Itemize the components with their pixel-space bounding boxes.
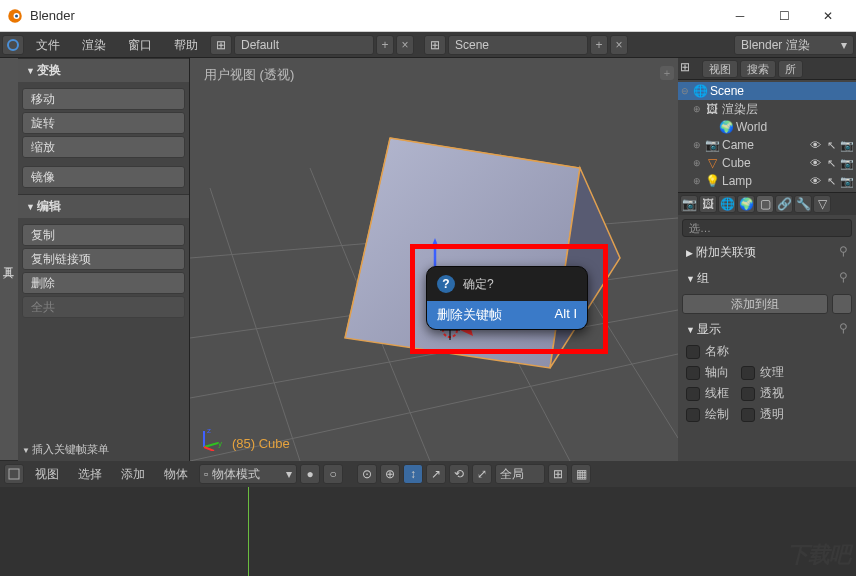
layout-browse-button[interactable]: ⊞ (210, 35, 232, 55)
prop-tab-renderlayers[interactable]: 🖼 (699, 195, 717, 213)
pivot-icon[interactable]: ⊙ (357, 464, 377, 484)
view3d-menu-object[interactable]: 物体 (156, 466, 196, 483)
tree-scene[interactable]: ⊖🌐Scene (678, 82, 856, 100)
tool-shelf: 工具 创建 关系 动画 物理 蜡笔 变换 移动 旋转 缩放 镜像 编辑 复制 复… (0, 58, 190, 461)
tree-cube[interactable]: ⊕▽Cube👁↖📷 (678, 154, 856, 172)
n-panel-toggle[interactable]: + (660, 66, 674, 80)
manipulator-scale-icon[interactable]: ⤢ (472, 464, 492, 484)
check-transparent[interactable] (741, 408, 755, 422)
check-name[interactable] (686, 345, 700, 359)
panel-display-header[interactable]: 显示⚲ (682, 318, 852, 341)
layout-field[interactable]: Default (234, 35, 374, 55)
editor-type-icon[interactable] (2, 35, 24, 55)
delete-keyframe-option[interactable]: 删除关键帧 Alt I (427, 301, 587, 329)
question-icon: ? (437, 275, 455, 293)
cursor-icon[interactable]: ↖ (824, 157, 838, 170)
scale-button[interactable]: 缩放 (22, 136, 185, 158)
check-xray[interactable] (741, 387, 755, 401)
rotate-button[interactable]: 旋转 (22, 112, 185, 134)
outliner-editor-icon[interactable]: ⊞ (680, 60, 700, 78)
playhead[interactable] (248, 487, 249, 576)
orientation-dropdown[interactable]: 全局 (495, 464, 545, 484)
outliner-menu-view[interactable]: 视图 (702, 60, 738, 78)
render-icon[interactable]: 📷 (840, 175, 854, 188)
object-name-field[interactable]: 选… (682, 219, 852, 237)
add-to-group-button[interactable]: 添加到组 (682, 294, 828, 314)
tree-lamp[interactable]: ⊕💡Lamp👁↖📷 (678, 172, 856, 190)
outliner-menu-all[interactable]: 所 (778, 60, 803, 78)
right-column: ⊞ 视图 搜索 所 ⊖🌐Scene ⊕🖼渲染层 🌍World ⊕📷Came👁↖📷… (678, 58, 856, 461)
scene-browse-button[interactable]: ⊞ (424, 35, 446, 55)
check-draw[interactable] (686, 408, 700, 422)
panel-group-header[interactable]: 组⚲ (682, 267, 852, 290)
tool-tab-tools[interactable]: 工具 (0, 58, 18, 461)
scene-add-button[interactable]: + (590, 35, 608, 55)
layers-icon[interactable]: ⊞ (548, 464, 568, 484)
check-axis[interactable] (686, 366, 700, 380)
menu-file[interactable]: 文件 (26, 35, 70, 55)
delete-button[interactable]: 删除 (22, 272, 185, 294)
layout-add-button[interactable]: + (376, 35, 394, 55)
prop-tab-data[interactable]: ▽ (813, 195, 831, 213)
eye-icon[interactable]: 👁 (808, 157, 822, 170)
layers-grid-icon[interactable]: ▦ (571, 464, 591, 484)
view3d-menu-view[interactable]: 视图 (27, 466, 67, 483)
group-dropdown-button[interactable] (832, 294, 852, 314)
panel-transform-header[interactable]: 变换 (18, 58, 189, 82)
minimize-button[interactable]: ─ (718, 0, 762, 32)
check-texture[interactable] (741, 366, 755, 380)
outliner-menu-search[interactable]: 搜索 (740, 60, 776, 78)
menu-window[interactable]: 窗口 (118, 35, 162, 55)
layout-close-button[interactable]: × (396, 35, 414, 55)
view3d-menu-select[interactable]: 选择 (70, 466, 110, 483)
render-engine-dropdown[interactable]: Blender 渲染▾ (734, 35, 854, 55)
panel-link-header[interactable]: 附加关联项⚲ (682, 241, 852, 264)
cursor-icon[interactable]: ↖ (824, 175, 838, 188)
shading-wire-icon[interactable]: ○ (323, 464, 343, 484)
last-op-panel[interactable]: 插入关键帧菜单 (18, 440, 189, 461)
prop-tab-world[interactable]: 🌍 (737, 195, 755, 213)
svg-line-31 (204, 447, 214, 451)
prop-tab-scene[interactable]: 🌐 (718, 195, 736, 213)
prop-tab-object[interactable]: ▢ (756, 195, 774, 213)
close-button[interactable]: ✕ (806, 0, 850, 32)
join-button[interactable]: 全共 (22, 296, 185, 318)
prop-tab-constraints[interactable]: 🔗 (775, 195, 793, 213)
eye-icon[interactable]: 👁 (808, 175, 822, 188)
view3d-menu-add[interactable]: 添加 (113, 466, 153, 483)
view3d-editor-icon[interactable] (4, 464, 24, 484)
menu-render[interactable]: 渲染 (72, 35, 116, 55)
cursor-icon[interactable]: ↖ (824, 139, 838, 152)
render-icon[interactable]: 📷 (840, 139, 854, 152)
3d-viewport[interactable]: 用户视图 (透视) (190, 58, 678, 461)
maximize-button[interactable]: ☐ (762, 0, 806, 32)
axis-gizmo-icon: z y (200, 425, 226, 451)
eye-icon[interactable]: 👁 (808, 139, 822, 152)
manipulator-toggle[interactable]: ↕ (403, 464, 423, 484)
prop-tab-modifiers[interactable]: 🔧 (794, 195, 812, 213)
manipulator-translate-icon[interactable]: ↗ (426, 464, 446, 484)
render-icon[interactable]: 📷 (840, 157, 854, 170)
timeline-editor[interactable] (0, 487, 856, 576)
svg-rect-32 (9, 469, 19, 479)
check-wire[interactable] (686, 387, 700, 401)
view3d-header: 视图 选择 添加 物体 ▫物体模式▾ ● ○ ⊙ ⊕ ↕ ↗ ⟲ ⤢ 全局 ⊞ … (0, 461, 856, 487)
menu-help[interactable]: 帮助 (164, 35, 208, 55)
shading-solid-icon[interactable]: ● (300, 464, 320, 484)
active-object-label: (85) Cube (232, 436, 290, 451)
pivot-only-icon[interactable]: ⊕ (380, 464, 400, 484)
mode-dropdown[interactable]: ▫物体模式▾ (199, 464, 297, 484)
tree-camera[interactable]: ⊕📷Came👁↖📷 (678, 136, 856, 154)
move-button[interactable]: 移动 (22, 88, 185, 110)
scene-close-button[interactable]: × (610, 35, 628, 55)
window-title: Blender (30, 8, 718, 23)
prop-tab-render[interactable]: 📷 (680, 195, 698, 213)
tree-renderlayers[interactable]: ⊕🖼渲染层 (678, 100, 856, 118)
duplicate-linked-button[interactable]: 复制链接项 (22, 248, 185, 270)
mirror-button[interactable]: 镜像 (22, 166, 185, 188)
scene-field[interactable]: Scene (448, 35, 588, 55)
panel-edit-header[interactable]: 编辑 (18, 194, 189, 218)
manipulator-rotate-icon[interactable]: ⟲ (449, 464, 469, 484)
duplicate-button[interactable]: 复制 (22, 224, 185, 246)
tree-world[interactable]: 🌍World (678, 118, 856, 136)
